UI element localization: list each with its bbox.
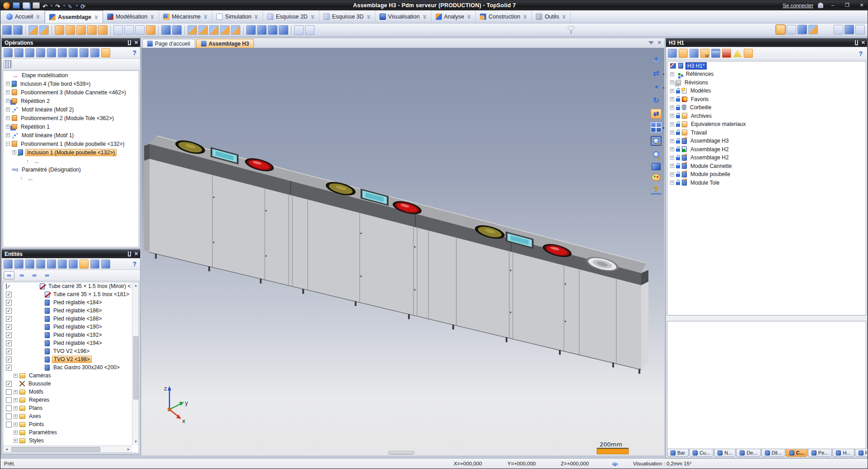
expander[interactable]: + [670,89,674,93]
scroll-right-icon[interactable]: ► [125,446,132,453]
visibility-checkbox[interactable] [6,389,12,395]
connect-link[interactable]: Se connecter [783,3,813,8]
close-icon[interactable] [861,40,865,46]
maximize-button[interactable]: ❐ [842,2,852,9]
expander[interactable]: + [670,164,674,168]
ribbon-tab[interactable]: Assemblage [45,10,103,23]
operations-toolbar-icon[interactable] [58,48,67,57]
toolbar-icon[interactable] [231,25,240,35]
operation-item[interactable]: + Répétition 1 [3,122,139,131]
entity-item[interactable]: Tube carré 35 × 1.5 Inox <181> [3,290,131,298]
pin-icon[interactable] [128,251,131,256]
visibility-glasses-icon[interactable]: ∞ [42,271,52,279]
project-item[interactable]: + Assemblage H2 [667,153,866,162]
entities-toolbar-icon[interactable] [58,260,67,269]
entity-item[interactable]: + Axes [3,412,131,420]
document-tab[interactable]: Assemblage H3 [196,39,254,48]
minimize-button[interactable]: – [828,2,838,9]
entity-item[interactable]: + Points [3,420,131,428]
operation-item[interactable]: + Inclusion 1 (Module poubelle <132>) [3,148,139,157]
toolbar-icon[interactable] [279,25,288,35]
expander[interactable]: + [670,122,674,126]
project-tab[interactable]: H... [832,449,854,457]
project-item[interactable]: + Modèles [667,87,866,95]
chevron-down-icon[interactable] [466,14,471,19]
entity-item[interactable]: Pied réglable <194> [3,339,131,347]
toolbar-icon[interactable] [52,26,52,35]
entity-item[interactable]: Tube carré 35 × 1.5 Inox (Miroir) <17 [3,282,131,290]
toolbar-icon[interactable] [161,25,171,35]
visibility-checkbox[interactable] [6,397,12,403]
operation-item[interactable]: Paramétré (Désignation) [3,165,139,174]
viewport-tool-icon[interactable] [651,109,662,119]
toolbar-icon[interactable] [257,25,267,35]
viewport-3d[interactable]: z y x 200mm ▾ ▾ ▾ [141,48,664,455]
project-tab[interactable]: C... [786,449,807,457]
toolbar-icon[interactable] [776,25,785,34]
expander[interactable]: + [6,82,10,86]
operation-item[interactable]: ... [3,157,139,165]
project-item[interactable]: + Module Tole [667,179,866,187]
toolbar-icon[interactable] [305,25,314,35]
toolbar-icon[interactable] [291,26,291,35]
entity-item[interactable]: + Caméras [3,371,131,380]
tab-filter-icon[interactable] [648,41,654,45]
viewport-tool-icon[interactable] [651,185,662,195]
ribbon-tab[interactable]: Modélisation [103,10,159,23]
entities-toolbar-icon[interactable] [36,260,45,269]
expander[interactable]: + [670,114,674,118]
project-item[interactable]: + Module poubelle [667,170,866,179]
project-toolbar-icon[interactable] [690,49,699,58]
project-tab[interactable]: Dil... [761,449,785,457]
pin-icon[interactable] [128,40,131,45]
toolbar-icon[interactable] [845,25,854,34]
chevron-down-icon[interactable] [561,14,566,19]
project-tab[interactable]: Pe... [808,449,832,457]
entities-toolbar-icon[interactable] [101,260,110,269]
expander[interactable]: + [6,107,10,111]
expander[interactable]: + [670,139,674,143]
toolbar-icon[interactable] [209,25,219,35]
project-item[interactable]: + Favoris [667,95,866,104]
operations-toolbar-icon[interactable] [90,48,99,57]
operation-item[interactable]: + Positionnement 2 (Module Tole <362>) [3,114,139,122]
expander[interactable]: + [670,156,674,160]
project-item[interactable]: + Références [667,70,866,79]
operations-toolbar-icon[interactable] [80,48,89,57]
pin-icon[interactable] [855,40,858,45]
chevron-down-icon[interactable] [94,15,99,19]
visibility-checkbox[interactable] [6,381,12,387]
filter-icon[interactable] [4,60,12,68]
visibility-checkbox[interactable] [6,283,7,289]
operation-item[interactable]: + Motif linéaire (Motif 2) [3,105,139,114]
expander[interactable]: + [6,116,10,120]
operation-item[interactable]: + Répétition 2 [3,97,139,105]
toolbar-icon[interactable] [246,25,256,35]
visibility-checkbox[interactable] [6,316,12,322]
ribbon-tab[interactable]: Simulation [212,10,263,23]
entity-item[interactable]: Bac Gastro 300x240 <200> [3,363,131,371]
expander[interactable]: + [14,390,18,394]
toolbar-icon[interactable] [172,25,182,35]
expander[interactable]: + [670,172,674,176]
toolbar-icon[interactable] [294,25,304,35]
viewport-tool-icon[interactable] [652,174,661,181]
toolbar-icon[interactable] [188,25,197,35]
toolbar-icon[interactable] [87,25,97,35]
help-icon[interactable]: ? [859,50,863,57]
toolbar-icon[interactable] [158,26,159,35]
expander[interactable]: + [14,431,18,435]
expander[interactable]: + [670,181,674,185]
document-tab[interactable]: Page d'accueil [142,39,195,48]
expander[interactable]: + [6,99,10,103]
toolbar-icon[interactable] [13,25,23,35]
entity-item[interactable]: Pied réglable <188> [3,315,131,323]
toolbar-icon[interactable] [124,25,134,35]
visibility-checkbox[interactable] [6,357,12,362]
entities-toolbar-icon[interactable] [80,260,89,269]
visibility-glasses-icon[interactable]: ∞ [4,271,14,279]
operation-item[interactable]: − Positionnement 1 (Module poubelle <132… [3,139,139,148]
toolbar-icon[interactable] [243,26,244,35]
chevron-down-icon[interactable] [150,14,155,19]
entity-item[interactable]: TVO V2 <198> [3,355,131,363]
